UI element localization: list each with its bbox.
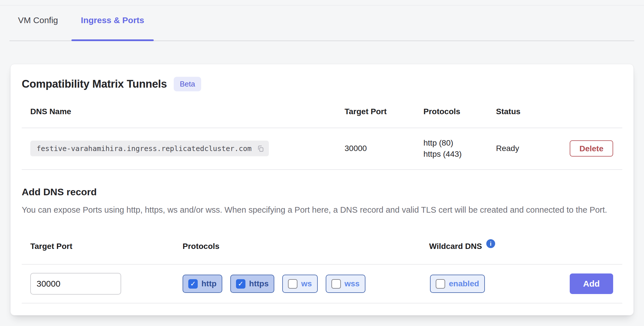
protocol-checkbox-ws[interactable]: ws	[282, 275, 317, 293]
protocols-label: Protocols	[183, 242, 219, 251]
wss-checkbox-label: wss	[345, 279, 360, 288]
col-header-protocols: Protocols	[423, 107, 460, 116]
protocol-checkbox-http[interactable]: http	[183, 275, 222, 293]
add-dns-heading: Add DNS record	[22, 186, 97, 198]
col-header-target-port: Target Port	[345, 107, 387, 116]
form-bottom-divider	[22, 303, 622, 303]
https-checkbox-box	[236, 279, 245, 289]
dns-name-chip: festive-varahamihira.ingress.replicatedc…	[30, 141, 269, 156]
protocols-cell: http (80) https (443)	[423, 137, 462, 160]
wss-checkbox-box	[331, 279, 341, 289]
tunnels-panel: Compatibility Matrix Tunnels Beta DNS Na…	[10, 64, 634, 315]
dns-name-cell: festive-varahamihira.ingress.replicatedc…	[30, 141, 269, 156]
col-header-dns-name: DNS Name	[30, 107, 71, 116]
add-button[interactable]: Add	[570, 273, 613, 294]
protocol-checkbox-wss[interactable]: wss	[326, 275, 365, 293]
info-icon[interactable]: i	[486, 239, 495, 248]
tab-ingress-ports[interactable]: Ingress & Ports	[81, 0, 144, 41]
status-cell: Ready	[496, 144, 519, 153]
http-checkbox-label: http	[201, 279, 217, 288]
wildcard-enabled-checkbox[interactable]: enabled	[430, 275, 485, 293]
protocol-pills: http https ws wss	[183, 275, 365, 293]
enabled-checkbox-label: enabled	[449, 279, 479, 288]
beta-badge: Beta	[174, 77, 201, 91]
https-checkbox-label: https	[249, 279, 269, 288]
panel-title: Compatibility Matrix Tunnels	[22, 78, 167, 90]
panel-header: Compatibility Matrix Tunnels Beta	[22, 77, 201, 91]
target-port-cell: 30000	[345, 144, 367, 153]
delete-button[interactable]: Delete	[570, 140, 613, 157]
tab-vm-config[interactable]: VM Config	[18, 0, 58, 41]
dns-name-value: festive-varahamihira.ingress.replicatedc…	[37, 144, 252, 153]
copy-icon[interactable]	[257, 145, 264, 152]
table-header-row: DNS Name Target Port Protocols Status	[11, 107, 633, 118]
tab-bar: VM Config Ingress & Ports	[9, 0, 634, 41]
protocol-line-https: https (443)	[423, 148, 462, 160]
col-header-status: Status	[496, 107, 521, 116]
protocol-checkbox-https[interactable]: https	[230, 275, 274, 293]
table-row: festive-varahamihira.ingress.replicatedc…	[11, 128, 633, 169]
ws-checkbox-label: ws	[301, 279, 312, 288]
ws-checkbox-box	[288, 279, 297, 289]
form-labels-row: Target Port Protocols Wildcard DNS i	[11, 242, 633, 253]
target-port-input[interactable]	[30, 273, 121, 295]
wildcard-dns-label: Wildcard DNS	[429, 242, 482, 251]
protocol-line-http: http (80)	[423, 137, 462, 148]
http-checkbox-box	[188, 279, 198, 289]
add-dns-form-row: http https ws wss enabled Add	[11, 264, 633, 303]
enabled-checkbox-box	[436, 279, 445, 289]
wildcard-dns-label-group: Wildcard DNS i	[429, 242, 495, 251]
add-dns-description: You can expose Ports using http, https, …	[22, 204, 616, 216]
table-row-divider	[22, 169, 622, 170]
target-port-label: Target Port	[30, 242, 72, 251]
